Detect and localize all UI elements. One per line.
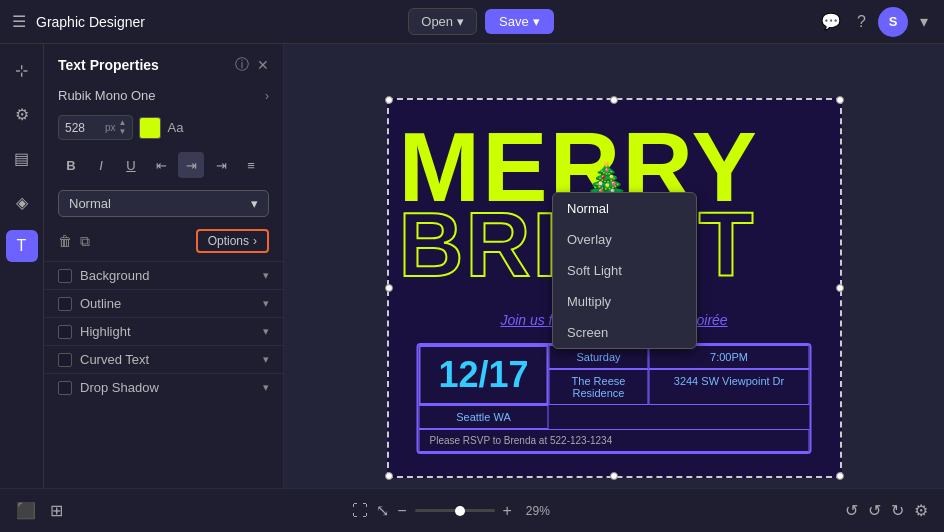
comment-icon[interactable]: 💬 (817, 8, 845, 35)
grid-bottom-icon[interactable]: ⊞ (50, 501, 63, 520)
move-tool[interactable]: ⊹ (6, 54, 38, 86)
options-chevron-icon: › (253, 234, 257, 248)
dropdown-item-multiply[interactable]: Multiply (553, 286, 696, 317)
zoom-level: 29% (520, 504, 556, 518)
header-right: 💬 ? S ▾ (817, 7, 932, 37)
highlight-section-left: Highlight (58, 324, 131, 339)
venue-cell: The Reese Residence (549, 369, 649, 405)
background-chevron-icon[interactable]: ▾ (263, 269, 269, 282)
dropdown-item-soft-light[interactable]: Soft Light (553, 255, 696, 286)
drop-shadow-chevron-icon[interactable]: ▾ (263, 381, 269, 394)
background-checkbox[interactable] (58, 269, 72, 283)
align-left-button[interactable]: ⇤ (148, 152, 174, 178)
size-up-arrow[interactable]: ▲ (119, 119, 127, 127)
handle-top-left[interactable] (385, 96, 393, 104)
size-down-arrow[interactable]: ▼ (119, 128, 127, 136)
help-icon[interactable]: ? (853, 9, 870, 35)
align-justify-button[interactable]: ≡ (238, 152, 264, 178)
handle-top-center[interactable] (610, 96, 618, 104)
settings-tool[interactable]: ⚙ (6, 98, 38, 130)
blend-mode-dropdown: Normal Overlay Soft Light Multiply Scree… (552, 192, 697, 349)
menu-icon[interactable]: ☰ (12, 12, 26, 31)
highlight-chevron-icon[interactable]: ▾ (263, 325, 269, 338)
duplicate-icon[interactable]: ⧉ (80, 233, 90, 250)
font-row: Rubik Mono One › (44, 84, 283, 111)
font-size-input[interactable] (65, 121, 105, 135)
zoom-in-icon[interactable]: + (503, 502, 512, 520)
dropdown-item-screen[interactable]: Screen (553, 317, 696, 348)
delete-icon[interactable]: 🗑 (58, 233, 72, 249)
bottom-left: ⬛ ⊞ (16, 501, 63, 520)
side-panel: Text Properties ⓘ ✕ Rubik Mono One › px … (44, 44, 284, 532)
dropdown-item-normal[interactable]: Normal (553, 193, 696, 224)
drop-shadow-section-left: Drop Shadow (58, 380, 159, 395)
format-row: B I U ⇤ ⇥ ⇥ ≡ (44, 148, 283, 186)
drop-shadow-label: Drop Shadow (80, 380, 159, 395)
outline-checkbox[interactable] (58, 297, 72, 311)
bottom-center: ⛶ ⤡ − + 29% (352, 501, 556, 520)
handle-bottom-right[interactable] (836, 472, 844, 480)
header-center: Open ▾ Save ▾ (408, 8, 553, 35)
open-button[interactable]: Open ▾ (408, 8, 477, 35)
options-button[interactable]: Options › (196, 229, 269, 253)
rotate-left-icon[interactable]: ↺ (845, 501, 858, 520)
save-button[interactable]: Save ▾ (485, 9, 554, 34)
layers-tool[interactable]: ▤ (6, 142, 38, 174)
bottom-right: ↺ ↺ ↻ ⚙ (845, 501, 928, 520)
handle-bottom-center[interactable] (610, 472, 618, 480)
options-label: Options (208, 234, 249, 248)
resize-icon[interactable]: ⤡ (376, 501, 389, 520)
canvas-area[interactable]: MERRY 🎄 BRIGHT Join us for our annual Ho… (284, 44, 944, 532)
curved-text-checkbox[interactable] (58, 353, 72, 367)
panel-header: Text Properties ⓘ ✕ (44, 44, 283, 84)
highlight-checkbox[interactable] (58, 325, 72, 339)
font-chevron-icon[interactable]: › (265, 89, 269, 103)
curved-text-chevron-icon[interactable]: ▾ (263, 353, 269, 366)
blend-mode-value: Normal (69, 196, 111, 211)
italic-button[interactable]: I (88, 152, 114, 178)
outline-chevron-icon[interactable]: ▾ (263, 297, 269, 310)
bottom-bar: ⬛ ⊞ ⛶ ⤡ − + 29% ↺ ↺ ↻ ⚙ (0, 488, 944, 532)
date-cell: 12/17 (419, 345, 549, 405)
dropdown-item-overlay[interactable]: Overlay (553, 224, 696, 255)
bold-button[interactable]: B (58, 152, 84, 178)
blend-mode-select[interactable]: Normal ▾ (58, 190, 269, 217)
underline-button[interactable]: U (118, 152, 144, 178)
info-icon[interactable]: ⓘ (235, 56, 249, 74)
handle-middle-left[interactable] (385, 284, 393, 292)
background-label: Background (80, 268, 149, 283)
fit-icon[interactable]: ⛶ (352, 502, 368, 520)
city-cell: Seattle WA (419, 405, 549, 429)
account-chevron-icon[interactable]: ▾ (916, 8, 932, 35)
redo-icon[interactable]: ↻ (891, 501, 904, 520)
size-row: px ▲ ▼ Aa (44, 111, 283, 148)
size-arrows: ▲ ▼ (119, 119, 127, 136)
handle-middle-right[interactable] (836, 284, 844, 292)
background-section-left: Background (58, 268, 149, 283)
header: ☰ Graphic Designer Open ▾ Save ▾ 💬 ? S ▾ (0, 0, 944, 44)
drop-shadow-checkbox[interactable] (58, 381, 72, 395)
shapes-tool[interactable]: ◈ (6, 186, 38, 218)
options-left: 🗑 ⧉ (58, 233, 90, 250)
settings-bottom-icon[interactable]: ⚙ (914, 501, 928, 520)
avatar[interactable]: S (878, 7, 908, 37)
highlight-section: Highlight ▾ (44, 317, 283, 345)
close-icon[interactable]: ✕ (257, 57, 269, 73)
text-tool[interactable]: T (6, 230, 38, 262)
outline-section-left: Outline (58, 296, 121, 311)
handle-top-right[interactable] (836, 96, 844, 104)
undo-icon[interactable]: ↺ (868, 501, 881, 520)
handle-bottom-left[interactable] (385, 472, 393, 480)
align-right-button[interactable]: ⇥ (208, 152, 234, 178)
layers-bottom-icon[interactable]: ⬛ (16, 501, 36, 520)
zoom-track[interactable] (415, 509, 495, 512)
zoom-out-icon[interactable]: − (397, 502, 406, 520)
highlight-label: Highlight (80, 324, 131, 339)
align-center-button[interactable]: ⇥ (178, 152, 204, 178)
font-name[interactable]: Rubik Mono One (58, 88, 156, 103)
address-cell: 3244 SW Viewpoint Dr (649, 369, 810, 405)
zoom-thumb[interactable] (455, 506, 465, 516)
text-case-icon[interactable]: Aa (167, 120, 183, 135)
color-swatch[interactable] (139, 117, 161, 139)
blend-mode-chevron-icon: ▾ (251, 196, 258, 211)
